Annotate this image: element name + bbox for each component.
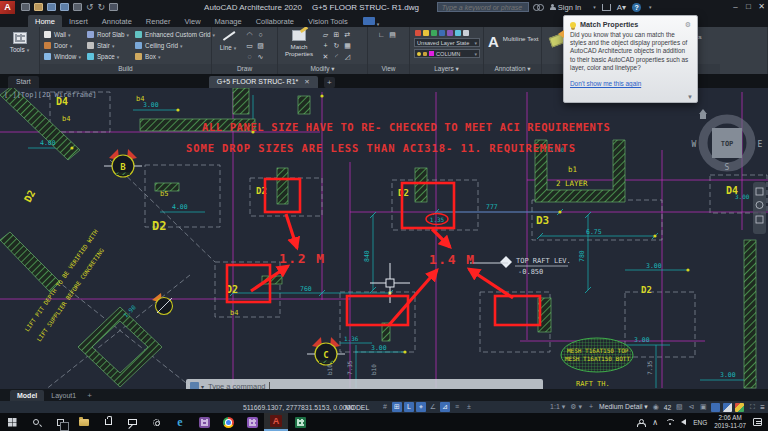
layer-tool-icon-6[interactable]	[463, 30, 469, 36]
annotation-scale[interactable]: 1:1 ▾	[549, 402, 566, 412]
enhanced-custom-grid-button[interactable]: Enhanced Custom Grid▾	[135, 29, 215, 40]
ellipse-icon[interactable]: ◌	[244, 51, 255, 62]
line-button[interactable]: Line▾	[216, 29, 240, 62]
language-indicator[interactable]: ENG	[693, 419, 707, 426]
network-icon[interactable]	[665, 419, 674, 426]
volume-icon[interactable]	[681, 419, 686, 425]
taskbar-explorer-button[interactable]	[72, 413, 96, 431]
navigation-bar[interactable]	[753, 182, 766, 234]
layer-tool-icon-0[interactable]	[415, 30, 421, 36]
hatch-icon[interactable]: ▨	[255, 40, 266, 51]
rotate-icon[interactable]: ↻	[331, 40, 342, 51]
globe-icon[interactable]: ◉	[651, 402, 661, 412]
sign-in-button[interactable]: Sign In	[558, 3, 581, 12]
views-icon[interactable]: ▤	[387, 29, 398, 40]
workspace-icon[interactable]	[363, 17, 375, 25]
fillet-icon[interactable]: ◜	[331, 51, 342, 62]
taskbar-autocad-button[interactable]: A	[264, 413, 288, 431]
close-tab-icon[interactable]: ✕	[304, 78, 309, 85]
space-button[interactable]: Space▾	[87, 51, 129, 62]
help-icon[interactable]: ?	[632, 3, 641, 12]
gfx-tile[interactable]	[735, 403, 744, 412]
minimize-button[interactable]: –	[729, 0, 742, 14]
ucs-icon[interactable]: ∟	[376, 29, 387, 40]
status-mid-1[interactable]: ⊲	[686, 402, 696, 412]
status-toggle-0[interactable]: #	[380, 402, 390, 412]
undo-icon[interactable]: ↺	[86, 3, 94, 11]
search-binoculars-icon[interactable]	[533, 4, 542, 10]
tools-button[interactable]: Tools▾	[5, 32, 35, 53]
polyline-icon[interactable]: ∿	[255, 51, 266, 62]
autocad-logo-icon[interactable]: A	[0, 1, 15, 14]
panel-label-draw[interactable]: Draw	[212, 64, 277, 74]
panel-label-view[interactable]: View	[368, 64, 409, 74]
match-properties-button[interactable]: Match Properties	[281, 29, 317, 62]
roof-slab-button[interactable]: Roof Slab▾	[87, 29, 129, 40]
taskbar-mail-button[interactable]	[120, 413, 144, 431]
people-icon[interactable]	[637, 419, 645, 426]
dont-show-again-link[interactable]: Don't show me this again	[570, 80, 641, 87]
status-mid-0[interactable]: ▧	[674, 402, 684, 412]
new-tab-button[interactable]: +	[324, 77, 335, 88]
mtext-button[interactable]: Multiline Text	[503, 35, 539, 55]
mirror-icon[interactable]: ⇄	[342, 29, 353, 40]
layer-tool-icon-1[interactable]	[423, 30, 429, 36]
move-icon[interactable]: +	[320, 40, 331, 51]
close-button[interactable]: ✕	[755, 0, 768, 14]
tooltip-expand-icon[interactable]: ▼	[687, 94, 693, 100]
clock[interactable]: 2:06 AM 2019-11-07	[714, 414, 746, 430]
taskbar-search-button[interactable]	[24, 413, 48, 431]
layer-tool-icon-3[interactable]	[439, 30, 445, 36]
layer-tool-icon-2[interactable]	[431, 30, 437, 36]
viewcube[interactable]	[699, 109, 751, 167]
window-button[interactable]: Window▾	[44, 51, 81, 62]
tooltip-gear-icon[interactable]: ⚙	[685, 21, 691, 29]
help-caret-icon[interactable]: ▾	[649, 4, 652, 10]
ribbon-tab-render[interactable]: Render	[139, 15, 178, 27]
taskbar-taskview-button[interactable]	[48, 413, 72, 431]
action-center-icon[interactable]	[753, 418, 762, 426]
wall-button[interactable]: Wall▾	[44, 29, 81, 40]
panel-label-annotation[interactable]: Annotation ▾	[484, 64, 541, 74]
layer-dropdown[interactable]: COLUMN▾	[414, 49, 480, 58]
stair-button[interactable]: Stair▾	[87, 40, 129, 51]
workspace-caret-icon[interactable]: ▾	[377, 21, 380, 27]
panel-label-layers[interactable]: Layers ▾	[410, 64, 483, 74]
taskbar-app-purple-2-button[interactable]	[240, 413, 264, 431]
ribbon-tab-manage[interactable]: Manage	[208, 15, 249, 27]
status-end-0[interactable]: ⛶	[747, 402, 757, 412]
array-icon[interactable]: ▦	[342, 40, 353, 51]
panel-label-modify[interactable]: Modify ▾	[278, 64, 367, 74]
status-toggle-3[interactable]: ⌖	[416, 402, 426, 412]
panel-label-build[interactable]: Build	[40, 64, 211, 74]
tab-layout1[interactable]: Layout1	[44, 390, 83, 401]
circle-icon[interactable]: ○	[255, 29, 266, 40]
open-icon[interactable]	[34, 3, 43, 11]
scale-icon[interactable]: ◿	[342, 51, 353, 62]
mtext-icon[interactable]: A	[488, 29, 499, 55]
settings-gear[interactable]: ⚙ ▾	[569, 402, 583, 412]
notification-badge[interactable]: 42	[664, 404, 672, 411]
erase-icon[interactable]: ▱	[320, 29, 331, 40]
box-button[interactable]: Box▾	[135, 51, 215, 62]
arc-icon[interactable]: ◠	[244, 29, 255, 40]
status-toggle-7[interactable]: ±	[464, 402, 474, 412]
trim-icon[interactable]: ✕	[320, 51, 331, 62]
ceiling-grid-button[interactable]: Ceiling Grid▾	[135, 40, 215, 51]
taskbar-settings-button[interactable]	[144, 413, 168, 431]
taskbar-chrome-button[interactable]	[216, 413, 240, 431]
app-store-cart-icon[interactable]	[602, 4, 611, 11]
status-toggle-1[interactable]: ⊞	[392, 402, 402, 412]
signin-caret-icon[interactable]: ▾	[593, 4, 596, 10]
ribbon-tab-annotate[interactable]: Annotate	[95, 15, 139, 27]
status-toggle-5[interactable]: ⊿	[440, 402, 450, 412]
drawing-canvas[interactable]: [-][Top][2D Wireframe]D4b4b43.004.00D2b5…	[0, 88, 768, 400]
maximize-button[interactable]: □	[742, 0, 755, 14]
new-icon[interactable]	[21, 3, 30, 11]
saveas-icon[interactable]	[60, 3, 69, 11]
taskbar-start-button[interactable]	[0, 413, 24, 431]
taskbar-excel-button[interactable]	[288, 413, 312, 431]
save-icon[interactable]	[47, 3, 56, 11]
customize-menu-icon[interactable]: ≡	[760, 403, 765, 412]
isolate-tile[interactable]	[723, 403, 732, 412]
